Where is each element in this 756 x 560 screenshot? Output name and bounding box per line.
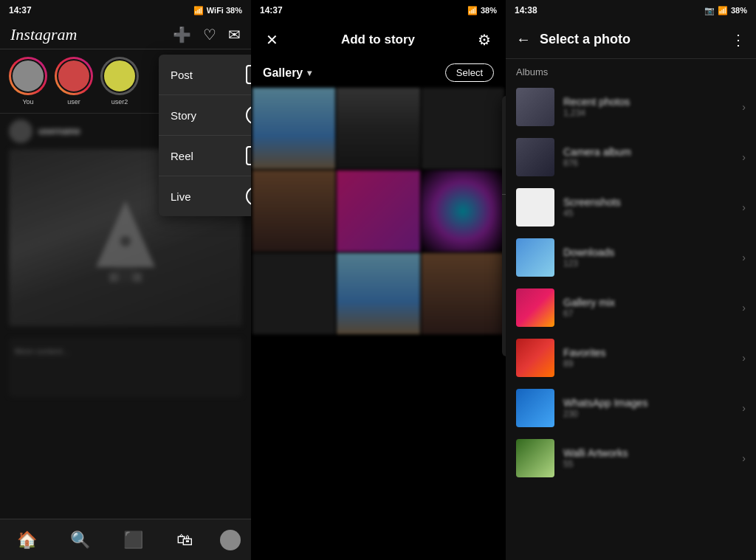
avatar-img-1 — [11, 59, 45, 93]
bottom-nav: 🏠 🔍 ⬛ 🛍 — [0, 519, 251, 560]
photo-cell-4[interactable] — [252, 170, 335, 252]
gallery-menu-gallery[interactable]: Gallery — [502, 96, 506, 128]
dropdown-label-reel: Reel — [171, 150, 193, 162]
instagram-header: Instagram ➕ ♡ ✉ — [0, 21, 251, 49]
album-item-4[interactable]: Downloads 123 › — [506, 232, 756, 283]
album-item-2[interactable]: Camera album 876 › — [506, 132, 756, 182]
right-status-icons: 📷 📶 38% — [704, 6, 747, 15]
story-avatar-3[interactable]: user2 — [100, 57, 139, 106]
left-status-bar: 14:37 📶 WiFi 38% — [0, 0, 251, 21]
add-icon[interactable]: ➕ — [173, 26, 191, 44]
nav-search[interactable]: 🔍 — [64, 525, 96, 556]
settings-button[interactable]: ⚙ — [475, 28, 494, 52]
gallery-menu-walli[interactable]: Walli Artworks — [502, 293, 506, 325]
story-ring-2 — [55, 57, 93, 95]
album-name-6: Favorites — [563, 347, 733, 359]
heart-icon[interactable]: ♡ — [203, 26, 216, 44]
back-button[interactable]: ← — [516, 31, 531, 48]
right-header: ← Select a photo ⋮ — [506, 21, 756, 59]
album-item-5[interactable]: Gallery mix 67 › — [506, 283, 756, 333]
story-ring-1 — [9, 57, 47, 95]
gallery-menu-other[interactable]: Other… — [502, 159, 506, 191]
story-avatar-2[interactable]: user — [55, 57, 93, 106]
album-thumb-6 — [516, 339, 554, 377]
album-count-1: 1,234 — [563, 108, 733, 118]
avatar-img-3 — [103, 59, 137, 93]
photo-cell-7[interactable] — [252, 253, 335, 334]
albums-section-label: Albums — [506, 59, 756, 82]
feed-post-2: More content... — [0, 332, 251, 403]
close-button[interactable]: ✕ — [263, 28, 281, 52]
dropdown-label-story: Story — [171, 109, 196, 122]
photo-cell-9[interactable] — [422, 253, 504, 334]
photo-cell-6[interactable] — [422, 170, 504, 252]
right-panel: 14:38 📷 📶 38% ← Select a photo ⋮ Albums … — [506, 0, 756, 560]
add-to-story-title: Add to story — [341, 32, 415, 47]
story-avatar-1[interactable]: You — [9, 57, 47, 106]
feed-username: username — [38, 126, 80, 136]
nav-home[interactable]: 🏠 — [11, 525, 43, 556]
album-thumb-5 — [516, 288, 554, 327]
album-count-3: 45 — [563, 208, 733, 218]
album-count-6: 89 — [563, 359, 733, 369]
album-name-8: Walli Artworks — [563, 447, 733, 459]
album-name-4: Downloads — [563, 246, 733, 258]
post-icon: ▦ — [246, 65, 251, 84]
nav-shop[interactable]: 🛍 — [171, 525, 199, 556]
album-thumb-7 — [516, 389, 554, 427]
gallery-menu-photos[interactable]: Photos — [502, 128, 506, 159]
photo-cell-8[interactable] — [337, 253, 419, 334]
photo-cell-5[interactable] — [337, 170, 419, 252]
album-item-3[interactable]: Screenshots 45 › — [506, 182, 756, 232]
svg-rect-3 — [109, 273, 118, 282]
photo-cell-3[interactable] — [422, 88, 504, 169]
messenger-icon[interactable]: ✉ — [228, 26, 241, 44]
album-info-4: Downloads 123 — [563, 246, 733, 269]
dropdown-item-reel[interactable]: Reel ▶ — [159, 136, 251, 176]
album-info-1: Recent photos 1,234 — [563, 96, 733, 118]
gallery-menu-separator — [502, 194, 506, 195]
gallery-dropdown-menu: Gallery Photos Other… Other albums Camer… — [502, 96, 506, 356]
album-count-8: 55 — [563, 459, 733, 469]
album-item-1[interactable]: Recent photos 1,234 › — [506, 82, 756, 132]
album-chevron-2: › — [742, 151, 746, 163]
album-info-6: Favorites 89 — [563, 347, 733, 369]
album-item-7[interactable]: WhatsApp Images 230 › — [506, 383, 756, 433]
gallery-menu-camera[interactable]: Camera — [502, 229, 506, 261]
album-item-8[interactable]: Walli Artworks 55 › — [506, 433, 756, 483]
middle-status-bar: 14:37 📶 38% — [251, 0, 506, 21]
album-thumb-1 — [516, 88, 554, 126]
nav-reels[interactable]: ⬛ — [117, 525, 149, 556]
select-photo-title: Select a photo — [540, 32, 722, 47]
right-time: 14:38 — [515, 5, 537, 15]
left-time: 14:37 — [9, 5, 32, 15]
gallery-dropdown-button[interactable]: Gallery ▾ — [263, 66, 312, 80]
dropdown-item-post[interactable]: Post ▦ — [159, 55, 251, 95]
dropdown-label-live: Live — [171, 190, 191, 203]
gallery-menu-whatsapp[interactable]: WhatsApp Images — [502, 325, 506, 356]
right-status-bar: 14:38 📷 📶 38% — [506, 0, 756, 21]
album-item-6[interactable]: Favorites 89 › — [506, 333, 756, 383]
album-info-5: Gallery mix 67 — [563, 297, 733, 319]
album-info-3: Screenshots 45 — [563, 196, 733, 218]
nav-profile[interactable] — [220, 530, 241, 550]
left-panel: 14:37 📶 WiFi 38% Instagram ➕ ♡ ✉ You use… — [0, 0, 251, 560]
photo-cell-2[interactable] — [337, 88, 419, 169]
album-thumb-2 — [516, 138, 554, 176]
gallery-toolbar: Gallery ▾ Select — [251, 59, 506, 86]
album-name-3: Screenshots — [563, 196, 733, 208]
ig-header-icons: ➕ ♡ ✉ — [173, 26, 241, 44]
dropdown-item-live[interactable]: Live ◎ — [159, 176, 251, 216]
album-info-8: Walli Artworks 55 — [563, 447, 733, 469]
feed-avatar-sm — [9, 120, 32, 143]
photo-grid — [251, 86, 506, 336]
album-chevron-8: › — [742, 452, 746, 464]
select-button[interactable]: Select — [445, 63, 494, 82]
more-options-button[interactable]: ⋮ — [731, 31, 746, 49]
photo-cell-1[interactable] — [252, 88, 335, 169]
story-ring-3 — [100, 57, 139, 95]
dropdown-item-story[interactable]: Story ⊕ — [159, 95, 251, 136]
album-name-7: WhatsApp Images — [563, 397, 733, 409]
middle-header: ✕ Add to story ⚙ — [251, 21, 506, 59]
gallery-menu-screenshots[interactable]: Screenshots — [502, 261, 506, 293]
